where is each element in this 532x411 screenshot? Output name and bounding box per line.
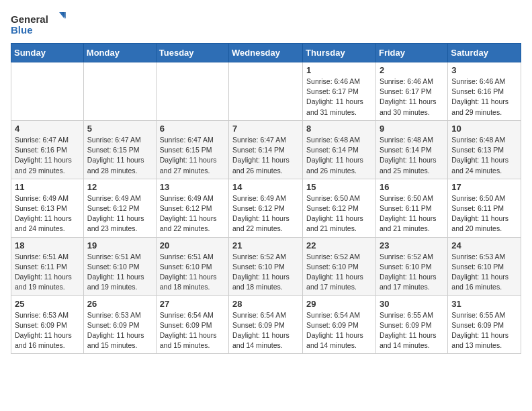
- day-info: Sunrise: 6:52 AMSunset: 6:10 PMDaylight:…: [232, 253, 290, 291]
- day-number: 7: [232, 124, 299, 134]
- calendar-week-row: 25Sunrise: 6:53 AMSunset: 6:09 PMDayligh…: [11, 295, 521, 354]
- day-number: 8: [306, 124, 372, 134]
- calendar-day-1: 1Sunrise: 6:46 AMSunset: 6:17 PMDaylight…: [303, 62, 376, 121]
- calendar-day-23: 23Sunrise: 6:52 AMSunset: 6:10 PMDayligh…: [375, 237, 447, 295]
- calendar-day-20: 20Sunrise: 6:51 AMSunset: 6:10 PMDayligh…: [156, 237, 228, 295]
- calendar-day-24: 24Sunrise: 6:53 AMSunset: 6:10 PMDayligh…: [448, 237, 521, 295]
- calendar-day-29: 29Sunrise: 6:54 AMSunset: 6:09 PMDayligh…: [303, 295, 376, 354]
- day-number: 15: [306, 182, 372, 192]
- day-info: Sunrise: 6:50 AMSunset: 6:12 PMDaylight:…: [306, 194, 363, 233]
- day-info: Sunrise: 6:47 AMSunset: 6:15 PMDaylight:…: [87, 136, 144, 175]
- calendar-day-21: 21Sunrise: 6:52 AMSunset: 6:10 PMDayligh…: [229, 237, 303, 295]
- calendar-week-row: 1Sunrise: 6:46 AMSunset: 6:17 PMDaylight…: [11, 62, 521, 121]
- day-info: Sunrise: 6:48 AMSunset: 6:13 PMDaylight:…: [451, 136, 508, 175]
- day-info: Sunrise: 6:46 AMSunset: 6:17 PMDaylight:…: [306, 77, 363, 116]
- day-number: 22: [306, 240, 372, 250]
- day-number: 29: [306, 299, 372, 309]
- day-number: 2: [380, 65, 444, 75]
- day-number: 6: [160, 124, 225, 134]
- calendar-week-row: 18Sunrise: 6:51 AMSunset: 6:11 PMDayligh…: [11, 237, 521, 295]
- day-info: Sunrise: 6:54 AMSunset: 6:09 PMDaylight:…: [306, 311, 363, 350]
- calendar-week-row: 4Sunrise: 6:47 AMSunset: 6:16 PMDaylight…: [11, 120, 521, 179]
- weekday-header-wednesday: Wednesday: [229, 44, 303, 62]
- day-number: 10: [451, 124, 517, 134]
- day-info: Sunrise: 6:51 AMSunset: 6:10 PMDaylight:…: [87, 253, 144, 291]
- day-info: Sunrise: 6:51 AMSunset: 6:11 PMDaylight:…: [15, 253, 72, 291]
- day-info: Sunrise: 6:54 AMSunset: 6:09 PMDaylight:…: [160, 311, 217, 350]
- day-number: 27: [160, 299, 225, 309]
- day-number: 20: [160, 240, 225, 250]
- calendar-day-4: 4Sunrise: 6:47 AMSunset: 6:16 PMDaylight…: [11, 120, 84, 179]
- day-info: Sunrise: 6:47 AMSunset: 6:14 PMDaylight:…: [232, 136, 290, 175]
- day-info: Sunrise: 6:48 AMSunset: 6:14 PMDaylight:…: [306, 136, 363, 175]
- weekday-header-row: SundayMondayTuesdayWednesdayThursdayFrid…: [11, 44, 521, 62]
- day-number: 31: [451, 299, 517, 309]
- calendar-table: SundayMondayTuesdayWednesdayThursdayFrid…: [11, 43, 521, 354]
- calendar-day-31: 31Sunrise: 6:55 AMSunset: 6:09 PMDayligh…: [448, 295, 521, 354]
- day-info: Sunrise: 6:47 AMSunset: 6:16 PMDaylight:…: [15, 136, 72, 175]
- calendar-week-row: 11Sunrise: 6:49 AMSunset: 6:13 PMDayligh…: [11, 179, 521, 237]
- day-info: Sunrise: 6:52 AMSunset: 6:10 PMDaylight:…: [380, 253, 437, 291]
- calendar-day-19: 19Sunrise: 6:51 AMSunset: 6:10 PMDayligh…: [83, 237, 156, 295]
- day-info: Sunrise: 6:48 AMSunset: 6:14 PMDaylight:…: [380, 136, 437, 175]
- day-number: 4: [15, 124, 80, 134]
- day-info: Sunrise: 6:55 AMSunset: 6:09 PMDaylight:…: [380, 311, 437, 350]
- day-number: 16: [380, 182, 444, 192]
- calendar-day-28: 28Sunrise: 6:54 AMSunset: 6:09 PMDayligh…: [229, 295, 303, 354]
- day-number: 12: [87, 182, 152, 192]
- day-number: 23: [380, 240, 444, 250]
- day-info: Sunrise: 6:53 AMSunset: 6:09 PMDaylight:…: [87, 311, 144, 350]
- day-info: Sunrise: 6:49 AMSunset: 6:12 PMDaylight:…: [160, 194, 217, 233]
- day-info: Sunrise: 6:49 AMSunset: 6:13 PMDaylight:…: [15, 194, 72, 233]
- day-info: Sunrise: 6:54 AMSunset: 6:09 PMDaylight:…: [232, 311, 290, 350]
- day-info: Sunrise: 6:49 AMSunset: 6:12 PMDaylight:…: [87, 194, 144, 233]
- calendar-day-18: 18Sunrise: 6:51 AMSunset: 6:11 PMDayligh…: [11, 237, 84, 295]
- calendar-day-3: 3Sunrise: 6:46 AMSunset: 6:16 PMDaylight…: [448, 62, 521, 121]
- weekday-header-saturday: Saturday: [448, 44, 521, 62]
- weekday-header-tuesday: Tuesday: [156, 44, 228, 62]
- calendar-day-13: 13Sunrise: 6:49 AMSunset: 6:12 PMDayligh…: [156, 179, 228, 237]
- calendar-day-17: 17Sunrise: 6:50 AMSunset: 6:11 PMDayligh…: [448, 179, 521, 237]
- day-info: Sunrise: 6:53 AMSunset: 6:10 PMDaylight:…: [451, 253, 508, 291]
- calendar-day-7: 7Sunrise: 6:47 AMSunset: 6:14 PMDaylight…: [229, 120, 303, 179]
- calendar-day-5: 5Sunrise: 6:47 AMSunset: 6:15 PMDaylight…: [83, 120, 156, 179]
- weekday-header-sunday: Sunday: [11, 44, 84, 62]
- calendar-day-2: 2Sunrise: 6:46 AMSunset: 6:17 PMDaylight…: [375, 62, 447, 121]
- calendar-day-8: 8Sunrise: 6:48 AMSunset: 6:14 PMDaylight…: [303, 120, 376, 179]
- day-info: Sunrise: 6:46 AMSunset: 6:16 PMDaylight:…: [451, 77, 508, 116]
- day-number: 28: [232, 299, 299, 309]
- day-info: Sunrise: 6:51 AMSunset: 6:10 PMDaylight:…: [160, 253, 217, 291]
- day-info: Sunrise: 6:49 AMSunset: 6:12 PMDaylight:…: [232, 194, 290, 233]
- calendar-day-25: 25Sunrise: 6:53 AMSunset: 6:09 PMDayligh…: [11, 295, 84, 354]
- calendar-day-9: 9Sunrise: 6:48 AMSunset: 6:14 PMDaylight…: [375, 120, 447, 179]
- calendar-day-16: 16Sunrise: 6:50 AMSunset: 6:11 PMDayligh…: [375, 179, 447, 237]
- day-info: Sunrise: 6:50 AMSunset: 6:11 PMDaylight:…: [380, 194, 437, 233]
- day-number: 5: [87, 124, 152, 134]
- calendar-day-15: 15Sunrise: 6:50 AMSunset: 6:12 PMDayligh…: [303, 179, 376, 237]
- calendar-day-11: 11Sunrise: 6:49 AMSunset: 6:13 PMDayligh…: [11, 179, 84, 237]
- page-header: General Blue: [11, 11, 521, 38]
- weekday-header-friday: Friday: [375, 44, 447, 62]
- day-number: 13: [160, 182, 225, 192]
- calendar-empty-cell: [83, 62, 156, 121]
- calendar-day-10: 10Sunrise: 6:48 AMSunset: 6:13 PMDayligh…: [448, 120, 521, 179]
- weekday-header-thursday: Thursday: [303, 44, 376, 62]
- day-number: 9: [380, 124, 444, 134]
- day-number: 1: [306, 65, 372, 75]
- day-info: Sunrise: 6:55 AMSunset: 6:09 PMDaylight:…: [451, 311, 508, 350]
- logo: General Blue: [11, 11, 71, 38]
- day-info: Sunrise: 6:47 AMSunset: 6:15 PMDaylight:…: [160, 136, 217, 175]
- calendar-empty-cell: [229, 62, 303, 121]
- day-number: 26: [87, 299, 152, 309]
- day-info: Sunrise: 6:50 AMSunset: 6:11 PMDaylight:…: [451, 194, 508, 233]
- day-number: 14: [232, 182, 299, 192]
- weekday-header-monday: Monday: [83, 44, 156, 62]
- day-number: 21: [232, 240, 299, 250]
- day-number: 18: [15, 240, 80, 250]
- day-number: 24: [451, 240, 517, 250]
- day-number: 19: [87, 240, 152, 250]
- logo-svg: General Blue: [11, 11, 71, 38]
- day-number: 11: [15, 182, 80, 192]
- calendar-day-30: 30Sunrise: 6:55 AMSunset: 6:09 PMDayligh…: [375, 295, 447, 354]
- calendar-day-12: 12Sunrise: 6:49 AMSunset: 6:12 PMDayligh…: [83, 179, 156, 237]
